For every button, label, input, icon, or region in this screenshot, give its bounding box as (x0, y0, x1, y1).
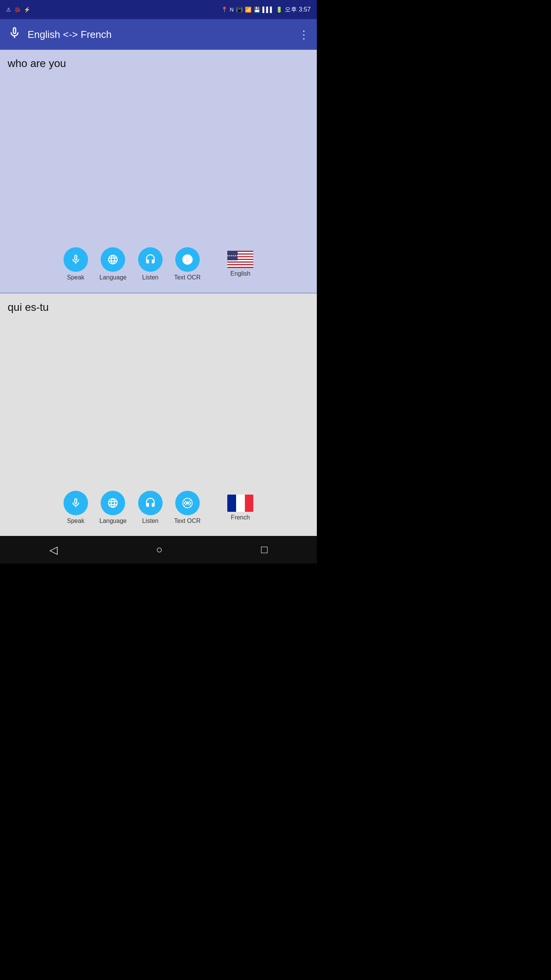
translation-actions: Speak Language Listen (8, 487, 309, 528)
translation-ocr-icon (175, 491, 200, 515)
translation-speak-button[interactable]: Speak (64, 491, 88, 524)
translation-language-flag[interactable]: French (227, 495, 253, 521)
translation-listen-button[interactable]: Listen (138, 491, 163, 524)
translation-language-label-text: French (231, 514, 250, 521)
fr-flag-blue (227, 495, 236, 512)
signal-icon: ▌▌▌ (262, 7, 274, 13)
translation-panel: qui es-tu Speak Language (0, 294, 317, 536)
warning-icon: ⚠ (6, 7, 11, 13)
source-ocr-icon (175, 247, 200, 272)
back-button[interactable]: ◁ (42, 540, 65, 560)
source-actions: Speak Language Listen (8, 243, 309, 285)
svg-point-1 (186, 258, 189, 261)
us-flag-canton: ★★★★★★★★★★★★★★★★★★★★★★★★★★★★★★★★★★★★★★★★… (227, 251, 238, 260)
source-language-label-text: English (230, 270, 250, 277)
translation-language-button[interactable]: Language (99, 491, 127, 524)
source-listen-button[interactable]: Listen (138, 247, 163, 281)
recents-button[interactable]: □ (253, 540, 275, 560)
fr-flag-white (236, 495, 245, 512)
toolbar-title: English <-> French (28, 29, 112, 41)
translation-listen-label: Listen (142, 518, 159, 524)
home-button[interactable]: ○ (148, 540, 170, 560)
svg-point-3 (186, 501, 189, 505)
status-bar: ⚠ 🐞 ⚡ 📍 N 📳 📶 💾 ▌▌▌ 🔋 오후 3:57 (0, 0, 317, 19)
translation-language-icon (101, 491, 125, 515)
fr-flag (227, 495, 253, 512)
toolbar-left: English <-> French (8, 26, 112, 43)
us-flag: ★★★★★★★★★★★★★★★★★★★★★★★★★★★★★★★★★★★★★★★★… (227, 251, 253, 268)
source-ocr-button[interactable]: Text OCR (174, 247, 201, 281)
translation-language-label: Language (99, 518, 127, 524)
toolbar: English <-> French ⋮ (0, 19, 317, 50)
status-bar-left-icons: ⚠ 🐞 ⚡ (6, 7, 30, 13)
source-language-icon (101, 247, 125, 272)
translation-speak-label: Speak (67, 518, 84, 524)
source-speak-button[interactable]: Speak (64, 247, 88, 281)
wifi-icon: 📶 (245, 7, 251, 13)
source-listen-label: Listen (142, 274, 159, 281)
translation-ocr-button[interactable]: Text OCR (174, 491, 201, 524)
fr-flag-red (245, 495, 254, 512)
usb-icon: ⚡ (24, 7, 30, 13)
status-time: 오후 3:57 (285, 6, 311, 14)
bug-icon: 🐞 (14, 7, 21, 13)
source-language-flag[interactable]: ★★★★★★★★★★★★★★★★★★★★★★★★★★★★★★★★★★★★★★★★… (227, 251, 253, 277)
translation-ocr-label: Text OCR (174, 518, 201, 524)
source-text[interactable]: who are you (8, 57, 309, 243)
toolbar-mic-icon (8, 26, 21, 43)
source-panel: who are you Speak Language (0, 50, 317, 292)
translation-text[interactable]: qui es-tu (8, 301, 309, 487)
translation-listen-icon (138, 491, 163, 515)
sim-icon: 💾 (254, 7, 260, 13)
more-options-button[interactable]: ⋮ (298, 28, 309, 41)
vibrate-icon: 📳 (236, 7, 243, 13)
nfc-icon: N (230, 7, 234, 13)
source-language-label: Language (99, 274, 127, 281)
nav-bar: ◁ ○ □ (0, 536, 317, 564)
source-language-button[interactable]: Language (99, 247, 127, 281)
translation-speak-icon (64, 491, 88, 515)
main-content: who are you Speak Language (0, 50, 317, 536)
location-icon: 📍 (221, 7, 228, 13)
source-speak-icon (64, 247, 88, 272)
source-listen-icon (138, 247, 163, 272)
battery-icon: 🔋 (276, 7, 282, 13)
status-bar-right-icons: 📍 N 📳 📶 💾 ▌▌▌ 🔋 오후 3:57 (221, 6, 311, 14)
source-ocr-label: Text OCR (174, 274, 201, 281)
source-speak-label: Speak (67, 274, 84, 281)
